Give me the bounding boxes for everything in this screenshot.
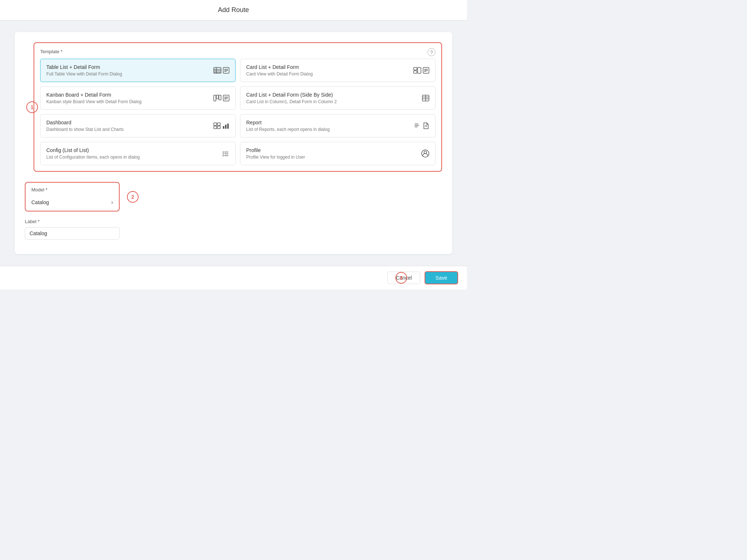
- template-card-title: Report: [246, 120, 330, 125]
- side-by-side-icon: [422, 95, 429, 101]
- svg-point-41: [223, 153, 224, 155]
- template-section: Template * ? Table List + Detail Form Fu…: [34, 42, 442, 172]
- model-select[interactable]: Catalog ›: [31, 197, 113, 206]
- footer: 3 Cancel Save: [0, 266, 467, 289]
- kanban-icon: [213, 95, 221, 101]
- template-card-icons: [213, 67, 229, 74]
- template-card-title: Table List + Detail Form: [46, 64, 122, 70]
- model-value: Catalog: [31, 199, 49, 205]
- label-field-label: Label *: [25, 219, 442, 224]
- table-icon: [213, 67, 221, 74]
- template-card-icons: [213, 95, 229, 101]
- svg-point-39: [223, 152, 224, 153]
- svg-rect-31: [223, 126, 224, 129]
- svg-rect-32: [225, 125, 227, 129]
- template-wrapper: 1 Template * ? Table List + Detail Form …: [34, 42, 442, 172]
- chart-icon: [222, 122, 229, 129]
- report-doc-icon: [423, 122, 429, 129]
- template-card-report[interactable]: Report List of Reports, each report open…: [240, 114, 436, 137]
- template-card-icons: [421, 149, 429, 158]
- template-card-icons: [414, 122, 429, 129]
- report-list-icon: [414, 122, 421, 129]
- template-card-config[interactable]: Config (List of List) List of Configurat…: [40, 142, 236, 165]
- model-label: Model *: [31, 187, 113, 192]
- template-card-desc: List of Reports, each report opens in di…: [246, 127, 330, 132]
- main-content: 1 Template * ? Table List + Detail Form …: [0, 20, 467, 266]
- form-icon2: [423, 67, 429, 74]
- svg-point-43: [223, 155, 224, 156]
- label-input[interactable]: [25, 227, 120, 240]
- dialog-title: Add Route: [218, 6, 249, 14]
- svg-rect-10: [414, 71, 417, 73]
- template-card-icons: [213, 122, 229, 129]
- template-card-kanban[interactable]: Kanban Board + Detail Form Kanban style …: [40, 86, 236, 110]
- template-card-desc: Card List in Column1, Detail Form in Col…: [246, 99, 337, 104]
- svg-rect-18: [219, 95, 221, 100]
- template-card-icons: [413, 67, 429, 74]
- svg-rect-17: [216, 95, 218, 99]
- step-3-badge: 3: [395, 272, 407, 284]
- svg-rect-27: [214, 123, 217, 125]
- save-button[interactable]: Save: [425, 271, 458, 284]
- template-card-title: Config (List of List): [46, 147, 140, 153]
- template-card-desc: Full Table View with Detail Form Dialog: [46, 71, 122, 77]
- template-card-card-list[interactable]: Card List + Detail Form Card View with D…: [240, 59, 436, 82]
- template-label: Template *: [40, 49, 436, 54]
- template-card-dashboard[interactable]: Dashboard Dashboard to show Stat List an…: [40, 114, 236, 137]
- profile-icon: [421, 149, 429, 158]
- template-card-desc: Dashboard to show Stat List and Charts: [46, 127, 124, 132]
- template-card-title: Card List + Detail Form: [246, 64, 313, 70]
- svg-rect-11: [418, 67, 421, 73]
- config-list-icon: [222, 150, 229, 157]
- model-section-wrapper: Model * Catalog › 2: [25, 182, 442, 211]
- form-icon3: [223, 95, 229, 101]
- dashboard-grid-icon: [213, 122, 221, 129]
- chevron-right-icon: ›: [111, 199, 113, 206]
- svg-rect-9: [414, 67, 417, 70]
- template-card-desc: Kanban style Board View with Detail Form…: [46, 99, 142, 104]
- svg-rect-29: [214, 126, 217, 129]
- model-section: Model * Catalog ›: [25, 182, 120, 211]
- template-card-title: Kanban Board + Detail Form: [46, 92, 142, 98]
- template-card-icons: [422, 95, 429, 101]
- card-list-icon: [413, 67, 421, 74]
- step-2-badge: 2: [127, 191, 139, 203]
- template-card-title: Profile: [246, 147, 305, 153]
- svg-rect-28: [217, 123, 220, 125]
- label-section: Label *: [25, 219, 442, 240]
- dialog-header: Add Route: [0, 0, 467, 20]
- template-grid: Table List + Detail Form Full Table View…: [40, 59, 436, 165]
- template-card-desc: Card View with Detail Form Dialog: [246, 71, 313, 77]
- template-card-title: Card List + Detail Form (Side By Side): [246, 92, 337, 98]
- svg-rect-33: [227, 124, 229, 129]
- svg-rect-16: [214, 95, 216, 101]
- template-card-desc: List of Configuration Items, each opens …: [46, 155, 140, 160]
- template-card-desc: Profile View for logged in User: [246, 155, 305, 160]
- template-card-side-by-side[interactable]: Card List + Detail Form (Side By Side) C…: [240, 86, 436, 110]
- template-card-title: Dashboard: [46, 120, 124, 125]
- form-icon: [223, 67, 229, 74]
- help-icon[interactable]: ?: [427, 48, 436, 56]
- svg-rect-30: [217, 126, 220, 129]
- template-card-table-list[interactable]: Table List + Detail Form Full Table View…: [40, 59, 236, 82]
- form-container: 1 Template * ? Table List + Detail Form …: [15, 32, 452, 254]
- template-card-icons: [222, 150, 229, 157]
- template-card-profile[interactable]: Profile Profile View for logged in User: [240, 142, 436, 165]
